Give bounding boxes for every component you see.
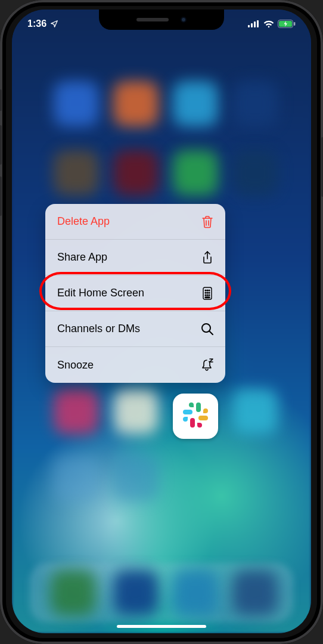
svg-rect-6: [294, 22, 295, 26]
battery-charging-icon: [278, 20, 296, 28]
status-left: 1:36: [27, 18, 58, 29]
blurred-app-icon: [54, 150, 99, 196]
menu-item-label: Edit Home Screen: [57, 287, 144, 299]
svg-rect-22: [198, 416, 208, 420]
blurred-app-icon: [173, 150, 218, 196]
svg-rect-17: [205, 297, 210, 298]
cellular-signal-icon: [248, 20, 260, 27]
menu-item-edit-home-screen[interactable]: Edit Home Screen: [45, 275, 225, 311]
volume-up-button: [0, 125, 2, 165]
svg-rect-3: [257, 20, 259, 27]
volume-down-button: [0, 177, 2, 216]
blurred-app-icon: [113, 456, 159, 501]
blurred-dock-icon: [232, 570, 278, 615]
menu-item-label: Snooze: [57, 359, 94, 371]
menu-item-share-app[interactable]: Share App: [45, 240, 225, 275]
wifi-icon: [263, 20, 274, 28]
location-icon: [50, 20, 58, 28]
svg-rect-2: [254, 21, 256, 27]
blurred-dock-icon: [113, 570, 159, 615]
svg-point-16: [209, 295, 210, 296]
menu-item-delete-app[interactable]: Delete App: [45, 204, 225, 240]
svg-rect-20: [183, 410, 192, 414]
earpiece-speaker: [136, 18, 169, 21]
context-menu: Delete App Share App Edit Home Screen Ch…: [45, 204, 225, 383]
status-right: [248, 20, 296, 28]
home-indicator[interactable]: [117, 625, 206, 628]
trash-icon: [200, 215, 215, 229]
phone-frame: 1:36 Delete App: [0, 0, 323, 644]
menu-item-label: Delete App: [57, 215, 110, 228]
app-icon-slack[interactable]: [173, 394, 218, 439]
blurred-dock-icon: [173, 570, 218, 615]
notch: [99, 10, 224, 30]
blurred-dock-icon: [51, 570, 96, 615]
svg-rect-1: [251, 23, 253, 27]
search-icon: [200, 322, 215, 336]
blurred-app-icon: [232, 150, 278, 196]
blurred-app-icon: [113, 150, 159, 196]
blurred-app-icon: [232, 81, 278, 126]
blurred-app-icon: [232, 389, 278, 434]
bell-snooze-icon: [200, 358, 215, 372]
svg-point-10: [209, 290, 210, 291]
svg-rect-19: [196, 402, 201, 412]
share-icon: [200, 250, 215, 265]
apps-grid-icon: [200, 286, 215, 301]
menu-item-label: Share App: [57, 251, 107, 264]
blurred-app-icon: [113, 81, 159, 126]
svg-point-13: [209, 292, 210, 293]
slack-logo-icon: [181, 400, 210, 432]
front-camera: [181, 17, 187, 23]
blurred-app-icon: [173, 81, 218, 126]
screen: 1:36 Delete App: [12, 10, 311, 633]
menu-item-snooze[interactable]: Snooze: [45, 347, 225, 383]
svg-rect-21: [190, 418, 195, 428]
svg-rect-0: [248, 25, 250, 27]
clock-label: 1:36: [27, 18, 46, 29]
svg-point-14: [205, 295, 206, 296]
blurred-app-icon: [54, 456, 99, 501]
svg-point-8: [205, 290, 206, 291]
menu-item-channels-or-dms[interactable]: Channels or DMs: [45, 311, 225, 347]
svg-point-9: [207, 290, 208, 291]
blurred-app-icon: [54, 389, 99, 434]
blurred-app-icon: [54, 81, 99, 126]
svg-point-11: [205, 292, 206, 293]
svg-point-15: [207, 295, 208, 296]
menu-item-label: Channels or DMs: [57, 323, 140, 335]
svg-point-12: [207, 292, 208, 293]
blurred-app-icon: [113, 389, 159, 434]
mute-switch: [0, 89, 2, 111]
